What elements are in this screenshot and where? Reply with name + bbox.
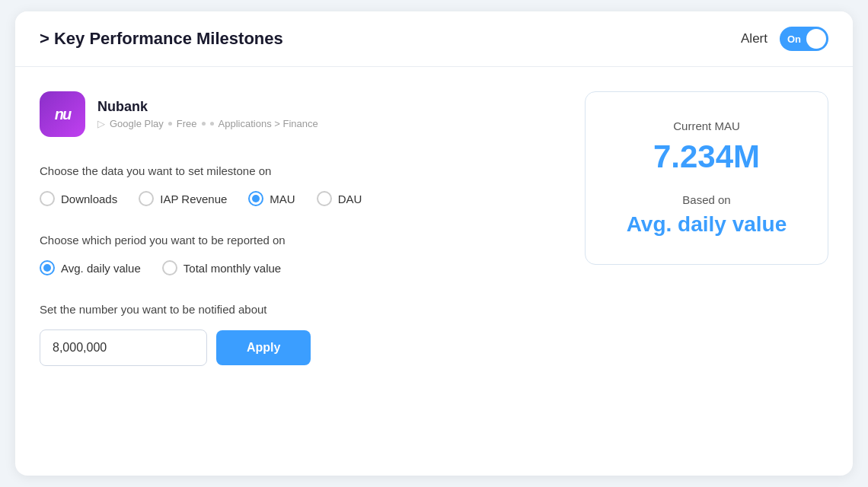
dot-separator-3 bbox=[210, 122, 214, 126]
app-name: Nubank bbox=[97, 99, 318, 115]
radio-dau-circle bbox=[317, 191, 332, 206]
based-on-block: Based on Avg. daily value bbox=[604, 193, 809, 237]
page-title: > Key Performance Milestones bbox=[40, 29, 283, 49]
dot-separator-1 bbox=[168, 122, 172, 126]
toggle-label: On bbox=[787, 33, 801, 45]
radio-iap-revenue[interactable]: IAP Revenue bbox=[139, 191, 227, 206]
app-category: Applications > Finance bbox=[219, 118, 318, 129]
current-mau-label: Current MAU bbox=[604, 119, 809, 132]
app-logo-text: nu bbox=[55, 106, 70, 123]
input-row: Apply bbox=[40, 329, 560, 366]
left-panel: nu Nubank ▷ Google Play Free Application… bbox=[40, 91, 560, 366]
app-details: Nubank ▷ Google Play Free Applications >… bbox=[97, 99, 318, 129]
based-on-label: Based on bbox=[604, 193, 809, 206]
notification-input[interactable] bbox=[40, 329, 207, 366]
radio-total-monthly-circle bbox=[162, 260, 177, 275]
app-meta: ▷ Google Play Free Applications > Financ… bbox=[97, 118, 318, 129]
app-logo: nu bbox=[40, 91, 85, 137]
radio-downloads-label: Downloads bbox=[61, 193, 117, 205]
right-panel: Current MAU 7.234M Based on Avg. daily v… bbox=[585, 91, 828, 366]
data-radio-group: Downloads IAP Revenue MAU DAU bbox=[40, 191, 560, 206]
radio-avg-daily-label: Avg. daily value bbox=[61, 262, 141, 275]
alert-toggle[interactable]: On bbox=[780, 27, 828, 51]
radio-avg-daily-circle bbox=[40, 260, 55, 275]
body: nu Nubank ▷ Google Play Free Application… bbox=[15, 67, 853, 390]
radio-total-monthly-label: Total monthly value bbox=[183, 262, 281, 275]
radio-downloads[interactable]: Downloads bbox=[40, 191, 117, 206]
data-selection-section: Choose the data you want to set mileston… bbox=[40, 164, 560, 206]
radio-avg-daily[interactable]: Avg. daily value bbox=[40, 260, 141, 275]
dot-separator-2 bbox=[202, 122, 206, 126]
period-value: Avg. daily value bbox=[604, 212, 809, 237]
radio-dau[interactable]: DAU bbox=[317, 191, 362, 206]
radio-dau-label: DAU bbox=[338, 193, 362, 205]
stats-card: Current MAU 7.234M Based on Avg. daily v… bbox=[585, 91, 828, 265]
data-selection-label: Choose the data you want to set mileston… bbox=[40, 164, 560, 177]
notification-label: Set the number you want to be notified a… bbox=[40, 303, 560, 316]
radio-iap-circle bbox=[139, 191, 154, 206]
header: > Key Performance Milestones Alert On bbox=[15, 11, 853, 67]
app-info: nu Nubank ▷ Google Play Free Application… bbox=[40, 91, 560, 137]
play-icon: ▷ bbox=[97, 118, 105, 129]
app-price: Free bbox=[177, 118, 197, 129]
apply-button[interactable]: Apply bbox=[216, 330, 311, 365]
radio-downloads-circle bbox=[40, 191, 55, 206]
radio-mau[interactable]: MAU bbox=[248, 191, 295, 206]
header-right: Alert On bbox=[741, 27, 828, 51]
toggle-knob bbox=[806, 29, 826, 49]
current-mau-block: Current MAU 7.234M bbox=[604, 119, 809, 175]
current-mau-value: 7.234M bbox=[604, 138, 809, 175]
radio-total-monthly[interactable]: Total monthly value bbox=[162, 260, 281, 275]
radio-mau-circle bbox=[248, 191, 263, 206]
period-selection-section: Choose which period you want to be repor… bbox=[40, 234, 560, 275]
radio-mau-label: MAU bbox=[270, 193, 295, 205]
app-store: Google Play bbox=[110, 118, 164, 129]
main-card: > Key Performance Milestones Alert On nu… bbox=[15, 11, 853, 476]
alert-label: Alert bbox=[741, 31, 767, 46]
radio-iap-label: IAP Revenue bbox=[160, 193, 227, 205]
notification-section: Set the number you want to be notified a… bbox=[40, 303, 560, 366]
period-selection-label: Choose which period you want to be repor… bbox=[40, 234, 560, 247]
period-radio-group: Avg. daily value Total monthly value bbox=[40, 260, 560, 275]
